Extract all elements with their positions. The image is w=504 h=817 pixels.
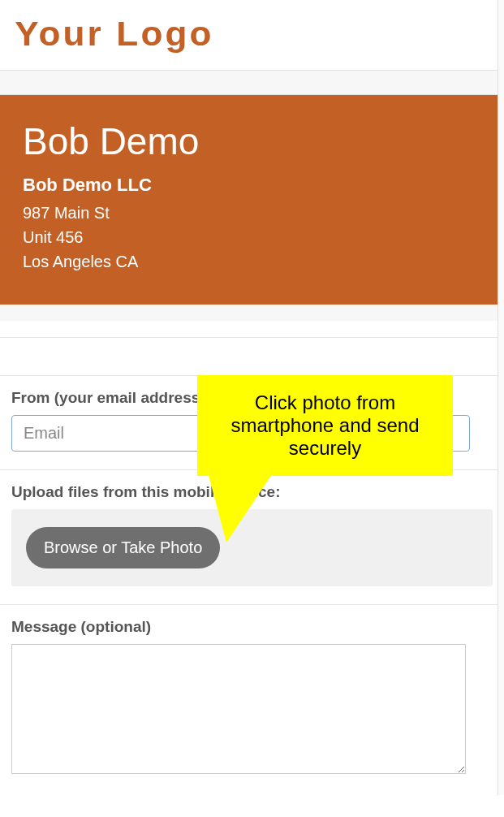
browse-take-photo-button[interactable]: Browse or Take Photo	[26, 527, 220, 568]
logo-header: Your Logo	[0, 0, 504, 71]
gap	[0, 305, 504, 321]
contact-address1: 987 Main St	[23, 201, 481, 225]
spacer	[0, 71, 504, 95]
contact-company: Bob Demo LLC	[23, 175, 481, 196]
message-textarea[interactable]	[11, 644, 466, 774]
logo-text: Your Logo	[15, 15, 214, 54]
contact-hero: Bob Demo Bob Demo LLC 987 Main St Unit 4…	[0, 95, 504, 305]
scroll-edge	[498, 0, 504, 795]
contact-city-state: Los Angeles CA	[23, 249, 481, 274]
message-section: Message (optional)	[0, 605, 504, 795]
message-label: Message (optional)	[11, 618, 493, 636]
gap-bar	[0, 337, 504, 376]
tooltip-callout: Click photo from smartphone and send sec…	[197, 375, 453, 476]
contact-name: Bob Demo	[23, 119, 481, 163]
contact-address2: Unit 456	[23, 225, 481, 249]
